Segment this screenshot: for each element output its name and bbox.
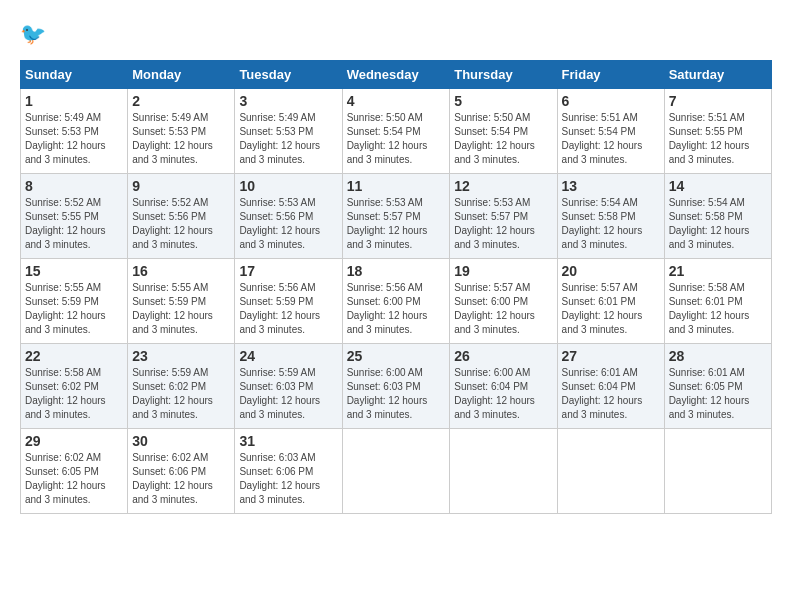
calendar-cell: 5 Sunrise: 5:50 AMSunset: 5:54 PMDayligh… <box>450 89 557 174</box>
calendar-cell: 30 Sunrise: 6:02 AMSunset: 6:06 PMDaylig… <box>128 429 235 514</box>
calendar-cell: 9 Sunrise: 5:52 AMSunset: 5:56 PMDayligh… <box>128 174 235 259</box>
calendar-cell: 20 Sunrise: 5:57 AMSunset: 6:01 PMDaylig… <box>557 259 664 344</box>
column-header-monday: Monday <box>128 61 235 89</box>
calendar-cell <box>342 429 450 514</box>
calendar-week-4: 22 Sunrise: 5:58 AMSunset: 6:02 PMDaylig… <box>21 344 772 429</box>
calendar-cell <box>450 429 557 514</box>
calendar-cell: 6 Sunrise: 5:51 AMSunset: 5:54 PMDayligh… <box>557 89 664 174</box>
day-info: Sunrise: 5:52 AMSunset: 5:56 PMDaylight:… <box>132 197 213 250</box>
day-number: 25 <box>347 348 446 364</box>
column-header-thursday: Thursday <box>450 61 557 89</box>
day-number: 24 <box>239 348 337 364</box>
column-header-tuesday: Tuesday <box>235 61 342 89</box>
calendar-cell: 23 Sunrise: 5:59 AMSunset: 6:02 PMDaylig… <box>128 344 235 429</box>
calendar-cell: 27 Sunrise: 6:01 AMSunset: 6:04 PMDaylig… <box>557 344 664 429</box>
day-info: Sunrise: 6:00 AMSunset: 6:03 PMDaylight:… <box>347 367 428 420</box>
day-info: Sunrise: 5:52 AMSunset: 5:55 PMDaylight:… <box>25 197 106 250</box>
day-number: 21 <box>669 263 767 279</box>
calendar-cell: 26 Sunrise: 6:00 AMSunset: 6:04 PMDaylig… <box>450 344 557 429</box>
day-info: Sunrise: 5:53 AMSunset: 5:57 PMDaylight:… <box>454 197 535 250</box>
day-number: 26 <box>454 348 552 364</box>
calendar-cell: 31 Sunrise: 6:03 AMSunset: 6:06 PMDaylig… <box>235 429 342 514</box>
day-number: 1 <box>25 93 123 109</box>
day-info: Sunrise: 5:58 AMSunset: 6:01 PMDaylight:… <box>669 282 750 335</box>
day-info: Sunrise: 5:59 AMSunset: 6:02 PMDaylight:… <box>132 367 213 420</box>
day-number: 15 <box>25 263 123 279</box>
day-info: Sunrise: 5:54 AMSunset: 5:58 PMDaylight:… <box>562 197 643 250</box>
day-number: 7 <box>669 93 767 109</box>
day-info: Sunrise: 5:49 AMSunset: 5:53 PMDaylight:… <box>239 112 320 165</box>
column-header-wednesday: Wednesday <box>342 61 450 89</box>
day-info: Sunrise: 5:54 AMSunset: 5:58 PMDaylight:… <box>669 197 750 250</box>
header: 🐦 <box>20 20 772 50</box>
day-number: 13 <box>562 178 660 194</box>
day-info: Sunrise: 5:55 AMSunset: 5:59 PMDaylight:… <box>25 282 106 335</box>
calendar-week-5: 29 Sunrise: 6:02 AMSunset: 6:05 PMDaylig… <box>21 429 772 514</box>
calendar-cell: 19 Sunrise: 5:57 AMSunset: 6:00 PMDaylig… <box>450 259 557 344</box>
calendar-cell: 14 Sunrise: 5:54 AMSunset: 5:58 PMDaylig… <box>664 174 771 259</box>
calendar-cell: 22 Sunrise: 5:58 AMSunset: 6:02 PMDaylig… <box>21 344 128 429</box>
calendar-cell: 8 Sunrise: 5:52 AMSunset: 5:55 PMDayligh… <box>21 174 128 259</box>
day-info: Sunrise: 6:01 AMSunset: 6:04 PMDaylight:… <box>562 367 643 420</box>
calendar-cell: 12 Sunrise: 5:53 AMSunset: 5:57 PMDaylig… <box>450 174 557 259</box>
day-info: Sunrise: 6:02 AMSunset: 6:06 PMDaylight:… <box>132 452 213 505</box>
day-info: Sunrise: 6:00 AMSunset: 6:04 PMDaylight:… <box>454 367 535 420</box>
day-number: 20 <box>562 263 660 279</box>
calendar-cell <box>557 429 664 514</box>
day-number: 19 <box>454 263 552 279</box>
column-header-friday: Friday <box>557 61 664 89</box>
calendar-cell: 10 Sunrise: 5:53 AMSunset: 5:56 PMDaylig… <box>235 174 342 259</box>
day-number: 27 <box>562 348 660 364</box>
day-number: 22 <box>25 348 123 364</box>
day-number: 2 <box>132 93 230 109</box>
calendar-cell: 29 Sunrise: 6:02 AMSunset: 6:05 PMDaylig… <box>21 429 128 514</box>
day-info: Sunrise: 5:59 AMSunset: 6:03 PMDaylight:… <box>239 367 320 420</box>
day-number: 9 <box>132 178 230 194</box>
day-number: 28 <box>669 348 767 364</box>
day-info: Sunrise: 5:49 AMSunset: 5:53 PMDaylight:… <box>132 112 213 165</box>
calendar-cell: 2 Sunrise: 5:49 AMSunset: 5:53 PMDayligh… <box>128 89 235 174</box>
day-number: 18 <box>347 263 446 279</box>
day-number: 14 <box>669 178 767 194</box>
calendar-cell: 16 Sunrise: 5:55 AMSunset: 5:59 PMDaylig… <box>128 259 235 344</box>
day-number: 30 <box>132 433 230 449</box>
day-info: Sunrise: 5:49 AMSunset: 5:53 PMDaylight:… <box>25 112 106 165</box>
day-number: 23 <box>132 348 230 364</box>
day-info: Sunrise: 5:51 AMSunset: 5:55 PMDaylight:… <box>669 112 750 165</box>
calendar-cell: 13 Sunrise: 5:54 AMSunset: 5:58 PMDaylig… <box>557 174 664 259</box>
calendar-cell: 18 Sunrise: 5:56 AMSunset: 6:00 PMDaylig… <box>342 259 450 344</box>
calendar-cell: 15 Sunrise: 5:55 AMSunset: 5:59 PMDaylig… <box>21 259 128 344</box>
calendar-table: SundayMondayTuesdayWednesdayThursdayFrid… <box>20 60 772 514</box>
calendar-cell: 11 Sunrise: 5:53 AMSunset: 5:57 PMDaylig… <box>342 174 450 259</box>
day-number: 3 <box>239 93 337 109</box>
header-row: SundayMondayTuesdayWednesdayThursdayFrid… <box>21 61 772 89</box>
day-number: 5 <box>454 93 552 109</box>
day-info: Sunrise: 6:02 AMSunset: 6:05 PMDaylight:… <box>25 452 106 505</box>
day-number: 10 <box>239 178 337 194</box>
day-number: 29 <box>25 433 123 449</box>
calendar-cell: 17 Sunrise: 5:56 AMSunset: 5:59 PMDaylig… <box>235 259 342 344</box>
day-number: 31 <box>239 433 337 449</box>
day-info: Sunrise: 5:53 AMSunset: 5:56 PMDaylight:… <box>239 197 320 250</box>
logo: 🐦 <box>20 20 54 50</box>
day-info: Sunrise: 5:50 AMSunset: 5:54 PMDaylight:… <box>454 112 535 165</box>
calendar-week-3: 15 Sunrise: 5:55 AMSunset: 5:59 PMDaylig… <box>21 259 772 344</box>
day-info: Sunrise: 5:53 AMSunset: 5:57 PMDaylight:… <box>347 197 428 250</box>
calendar-cell <box>664 429 771 514</box>
svg-text:🐦: 🐦 <box>20 21 47 47</box>
calendar-cell: 21 Sunrise: 5:58 AMSunset: 6:01 PMDaylig… <box>664 259 771 344</box>
day-info: Sunrise: 5:50 AMSunset: 5:54 PMDaylight:… <box>347 112 428 165</box>
calendar-cell: 28 Sunrise: 6:01 AMSunset: 6:05 PMDaylig… <box>664 344 771 429</box>
calendar-cell: 7 Sunrise: 5:51 AMSunset: 5:55 PMDayligh… <box>664 89 771 174</box>
day-info: Sunrise: 5:51 AMSunset: 5:54 PMDaylight:… <box>562 112 643 165</box>
calendar-week-2: 8 Sunrise: 5:52 AMSunset: 5:55 PMDayligh… <box>21 174 772 259</box>
logo-icon: 🐦 <box>20 20 50 50</box>
day-info: Sunrise: 5:57 AMSunset: 6:01 PMDaylight:… <box>562 282 643 335</box>
column-header-sunday: Sunday <box>21 61 128 89</box>
day-number: 12 <box>454 178 552 194</box>
calendar-cell: 25 Sunrise: 6:00 AMSunset: 6:03 PMDaylig… <box>342 344 450 429</box>
day-info: Sunrise: 6:03 AMSunset: 6:06 PMDaylight:… <box>239 452 320 505</box>
calendar-cell: 3 Sunrise: 5:49 AMSunset: 5:53 PMDayligh… <box>235 89 342 174</box>
day-info: Sunrise: 5:55 AMSunset: 5:59 PMDaylight:… <box>132 282 213 335</box>
day-info: Sunrise: 5:58 AMSunset: 6:02 PMDaylight:… <box>25 367 106 420</box>
